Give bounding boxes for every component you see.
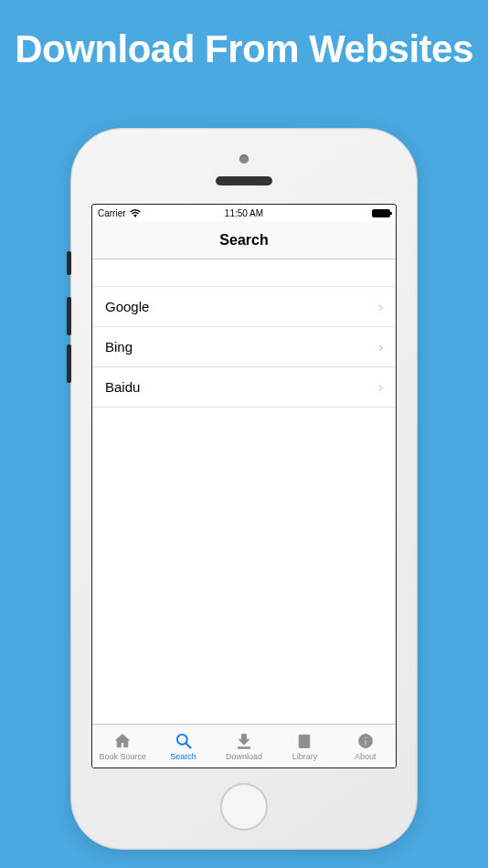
page-title: Search [219,232,268,249]
tab-download[interactable]: Download [214,725,274,767]
wifi-icon [130,209,141,217]
promo-title: Download From Websites [0,0,488,71]
list-item-label: Baidu [105,379,140,395]
download-icon [233,731,255,751]
tab-about[interactable]: About [335,725,396,767]
tab-label: Book Source [99,752,146,761]
info-icon [355,731,377,751]
tab-search[interactable]: Search [153,725,213,767]
battery-icon [372,209,390,217]
chevron-right-icon: › [378,299,383,315]
svg-line-1 [186,744,190,748]
home-button[interactable] [220,783,268,831]
tab-library[interactable]: Library [274,725,334,767]
chevron-right-icon: › [378,379,383,396]
tab-label: Search [170,752,196,761]
chevron-right-icon: › [378,339,383,355]
phone-frame: Carrier 11:50 AM Search Google › Bing › … [70,128,418,850]
tab-label: About [355,752,377,761]
nav-header: Search [92,221,396,259]
section-gap [92,259,396,287]
svg-rect-2 [300,735,311,747]
list-item-baidu[interactable]: Baidu › [92,367,396,408]
list-item-bing[interactable]: Bing › [92,327,396,367]
svg-rect-4 [365,739,366,745]
home-icon [111,731,133,751]
tab-bar: Book Source Search Download Library [92,724,396,767]
mute-switch [67,251,71,275]
carrier-label: Carrier [98,208,126,218]
tab-label: Download [226,752,262,761]
svg-point-5 [365,736,366,738]
library-icon [293,731,315,751]
list-item-google[interactable]: Google › [92,287,396,327]
screen: Carrier 11:50 AM Search Google › Bing › … [91,204,397,768]
volume-up-button [67,297,71,335]
phone-speaker [216,176,272,185]
status-bar: Carrier 11:50 AM [92,205,396,221]
search-icon [173,731,195,751]
list-item-label: Google [105,299,149,314]
status-time: 11:50 AM [225,208,263,218]
content-area: Google › Bing › Baidu › [92,259,396,724]
list-item-label: Bing [105,339,133,355]
tab-label: Library [292,752,318,761]
tab-book-source[interactable]: Book Source [92,725,153,767]
volume-down-button [67,344,71,383]
